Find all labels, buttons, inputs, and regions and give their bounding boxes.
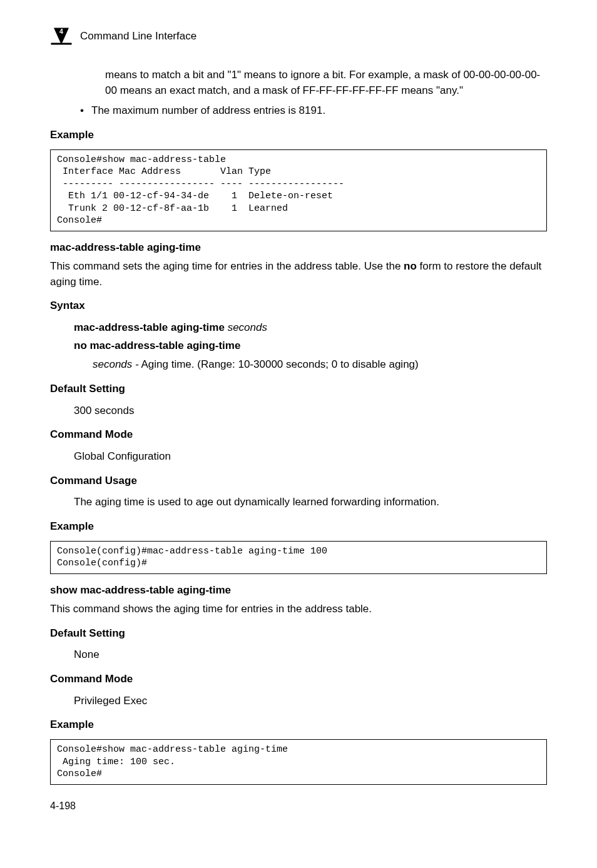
cmd1-example-heading: Example [50, 519, 547, 535]
cmd2-example-code: Console#show mac-address-table aging-tim… [50, 739, 547, 785]
svg-rect-3 [51, 43, 72, 45]
cmd1-title: mac-address-table aging-time [50, 240, 547, 256]
cmd1-syntax-arg: seconds - Aging time. (Range: 10-30000 s… [50, 357, 547, 373]
cmd2-description: This command shows the aging time for en… [50, 602, 547, 617]
cmd1-syntax-heading: Syntax [50, 298, 547, 314]
cmd1-default-heading: Default Setting [50, 381, 547, 397]
intro-continuation: means to match a bit and "1" means to ig… [50, 68, 547, 98]
cmd1-desc-bold: no [404, 260, 417, 272]
cmd1-syntax-line2: no mac-address-table aging-time [50, 338, 547, 354]
cmd2-default-heading: Default Setting [50, 626, 547, 642]
cmd1-mode-heading: Command Mode [50, 427, 547, 443]
cmd1-desc-a: This command sets the aging time for ent… [50, 260, 404, 272]
cmd1-usage-heading: Command Usage [50, 473, 547, 489]
chapter-number-icon: 4 [50, 25, 73, 48]
page-header: 4 Command Line Interface [50, 25, 547, 48]
cmd2-example-heading: Example [50, 717, 547, 733]
cmd1-usage-value: The aging time is used to age out dynami… [50, 495, 547, 510]
cmd2-default-value: None [50, 647, 547, 663]
page-number: 4-198 [50, 799, 547, 813]
cmd1-syntax-l2: no mac-address-table aging-time [74, 340, 240, 351]
cmd1-mode-value: Global Configuration [50, 449, 547, 465]
cmd1-syntax-arg-a: seconds - [93, 358, 139, 370]
intro-bullet: • The maximum number of address entries … [50, 103, 547, 119]
cmd1-description: This command sets the aging time for ent… [50, 259, 547, 290]
bullet-icon: • [80, 103, 91, 119]
cmd1-syntax-line1: mac-address-table aging-time seconds [50, 320, 547, 336]
example1-heading: Example [50, 128, 547, 143]
cmd1-syntax-l1b: seconds [225, 321, 267, 333]
cmd2-title: show mac-address-table aging-time [50, 583, 547, 598]
cmd1-syntax-l1a: mac-address-table aging-time [74, 321, 225, 333]
cmd1-syntax-arg-b: Aging time. (Range: 10-30000 seconds; 0 … [139, 358, 419, 370]
cmd1-default-value: 300 seconds [50, 403, 547, 419]
cmd2-mode-value: Privileged Exec [50, 694, 547, 709]
cmd1-example-code: Console(config)#mac-address-table aging-… [50, 541, 547, 574]
example1-code: Console#show mac-address-table Interface… [50, 149, 547, 231]
header-title: Command Line Interface [80, 29, 196, 44]
svg-text:4: 4 [59, 28, 63, 35]
cmd2-mode-heading: Command Mode [50, 672, 547, 687]
intro-bullet-text: The maximum number of address entries is… [91, 103, 325, 119]
